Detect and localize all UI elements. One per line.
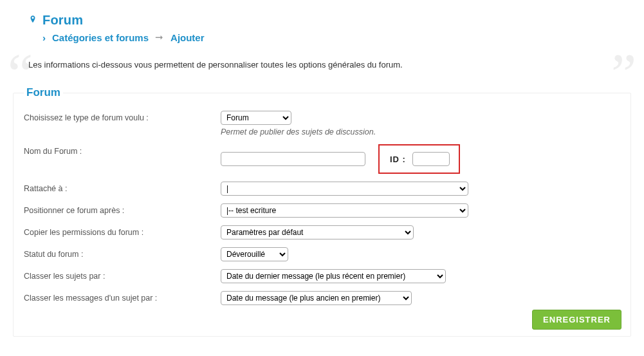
intro-text: Les informations ci-dessous vous permett…: [28, 60, 616, 70]
field-row-type: Choisissez le type de forum voulu : Foru…: [24, 111, 620, 136]
forum-fieldset: Forum Choisissez le type de forum voulu …: [13, 86, 631, 337]
field-row-name: Nom du Forum : ID :: [24, 144, 620, 174]
save-button[interactable]: ENREGISTRER: [532, 310, 621, 330]
copy-permissions-select[interactable]: Paramètres par défaut: [221, 225, 414, 239]
field-row-sort-subjects: Classer les sujets par : Date du dernier…: [24, 269, 620, 283]
forum-id-input[interactable]: [412, 152, 450, 166]
field-row-status: Statut du forum : Déverouillé: [24, 247, 620, 261]
page-header: Forum › Catégories et forums ➞ Ajouter: [13, 13, 631, 43]
fieldset-legend: Forum: [24, 86, 63, 99]
parent-forum-select[interactable]: |: [221, 182, 468, 196]
field-label: Choisissez le type de forum voulu :: [24, 111, 221, 122]
field-label: Classer les sujets par :: [24, 269, 221, 281]
id-label: ID :: [390, 155, 406, 164]
breadcrumb: › Catégories et forums ➞ Ajouter: [28, 32, 631, 43]
position-after-select[interactable]: |-- test ecriture: [221, 203, 468, 218]
field-label: Nom du Forum :: [24, 144, 221, 156]
field-label: Rattaché à :: [24, 182, 221, 193]
field-row-position: Positionner ce forum après : |-- test ec…: [24, 203, 620, 218]
pin-icon: [28, 15, 37, 26]
forum-type-select[interactable]: Forum: [221, 111, 291, 125]
id-highlight-box: ID :: [378, 144, 460, 174]
sort-messages-select[interactable]: Date du message (le plus ancien en premi…: [221, 291, 412, 305]
field-label: Statut du forum :: [24, 247, 221, 259]
field-row-parent: Rattaché à : |: [24, 182, 620, 196]
forum-status-select[interactable]: Déverouillé: [221, 247, 288, 261]
sort-subjects-select[interactable]: Date du dernier message (le plus récent …: [221, 269, 446, 283]
field-row-permissions: Copier les permissions du forum : Paramè…: [24, 225, 620, 239]
forum-name-input[interactable]: [221, 152, 365, 166]
field-label: Positionner ce forum après :: [24, 203, 221, 215]
field-row-sort-messages: Classer les messages d'un sujet par : Da…: [24, 291, 620, 305]
field-help: Permet de publier des sujets de discussi…: [221, 127, 620, 136]
field-label: Classer les messages d'un sujet par :: [24, 291, 221, 303]
breadcrumb-item[interactable]: Catégories et forums: [52, 32, 149, 43]
breadcrumb-item-current: Ajouter: [170, 32, 205, 43]
arrow-right-icon: ➞: [155, 32, 164, 43]
page-title: Forum: [42, 13, 83, 28]
chevron-right-icon: ›: [42, 32, 46, 43]
field-label: Copier les permissions du forum :: [24, 225, 221, 237]
